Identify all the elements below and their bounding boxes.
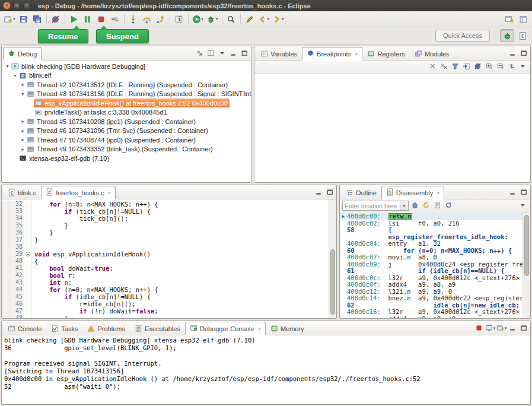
- terminate-console-button[interactable]: [474, 323, 484, 333]
- close-tab-icon[interactable]: ×: [355, 51, 358, 57]
- save-all-button[interactable]: [31, 12, 44, 26]
- tab-problems[interactable]: Problems: [82, 322, 129, 335]
- link-with-debug-button[interactable]: [506, 62, 517, 72]
- tab-debug[interactable]: Debug: [3, 47, 42, 61]
- tree-expander-icon[interactable]: ▾: [12, 73, 18, 78]
- search-button[interactable]: [225, 12, 238, 26]
- tab-executables[interactable]: Executables: [130, 322, 185, 335]
- remove-breakpoint-button[interactable]: [428, 62, 438, 72]
- tree-row[interactable]: ▾Thread #3 1073413156 (IDLE : Running) (…: [2, 90, 251, 99]
- tab-breakpoints[interactable]: Breakpoints×: [302, 47, 362, 61]
- tree-row[interactable]: esp_vApplicationIdleHook() at freertos_h…: [2, 99, 251, 108]
- tree-row[interactable]: ▸Thread #2 1073413512 (IDLE : Running) (…: [2, 80, 251, 90]
- view-menu-button[interactable]: [518, 201, 528, 211]
- window-maximize-button[interactable]: +: [23, 2, 31, 9]
- tree-row[interactable]: ▸Thread #6 1073431096 (Tmr Svc) (Suspend…: [2, 126, 251, 136]
- window-close-button[interactable]: ×: [3, 2, 11, 9]
- home-button[interactable]: [410, 201, 420, 211]
- view-menu-button[interactable]: [518, 62, 528, 72]
- location-input[interactable]: Enter location here: [343, 202, 400, 210]
- window-minimize-button[interactable]: −: [13, 2, 21, 9]
- tree-row[interactable]: ▸Thread #9 1073433352 (blink_task) (Susp…: [2, 145, 251, 154]
- tab-tasks[interactable]: Tasks: [46, 322, 82, 335]
- tab-modules[interactable]: Modules: [410, 47, 454, 60]
- minimize-button[interactable]: [314, 188, 324, 197]
- disassembly-scrollbar[interactable]: [523, 212, 530, 318]
- code-editor[interactable]: 32 for (n=0; n<MAX_HOOKS; n++) {33 if (t…: [2, 199, 336, 318]
- tree-expander-icon[interactable]: ▸: [20, 119, 26, 124]
- collapse-all-button[interactable]: [495, 62, 505, 72]
- refresh-button[interactable]: [421, 201, 431, 211]
- close-tab-icon[interactable]: ×: [108, 190, 111, 196]
- instruction-stepping-button[interactable]: i: [173, 12, 186, 26]
- tree-row[interactable]: ▾blink.elf: [2, 71, 251, 81]
- combo-dropdown-icon[interactable]: ▾: [400, 201, 408, 210]
- debug-button[interactable]: ▾: [205, 12, 219, 26]
- tab-freertos-hooks-c[interactable]: Cfreertos_hooks.c×: [41, 186, 116, 199]
- tree-row[interactable]: xtensa-esp32-elf-gdb (7.10): [2, 154, 251, 163]
- maximize-button[interactable]: [325, 188, 335, 197]
- c-cpp-perspective-button[interactable]: C: [515, 29, 530, 42]
- tab-registers[interactable]: Registers: [362, 47, 409, 60]
- tab-outline[interactable]: Outline: [341, 186, 381, 199]
- tree-expander-icon[interactable]: ▸: [20, 128, 26, 134]
- save-button[interactable]: [17, 12, 30, 26]
- tree-row[interactable]: prvIdleTask() at tasks.c:3,338 0x400845d…: [2, 108, 251, 118]
- disassembly-content[interactable]: ▶400d0c00: retw.n400d0c02: lsi f0, a0, 2…: [340, 212, 530, 318]
- tab-console[interactable]: Console: [3, 322, 46, 335]
- display-console-button[interactable]: ▾: [485, 323, 495, 333]
- maximize-button[interactable]: [519, 323, 529, 333]
- close-tab-icon[interactable]: ×: [437, 190, 439, 196]
- tree-row[interactable]: ▸Thread #5 1073410208 (ipc1) (Suspended …: [2, 117, 251, 126]
- tab-memory[interactable]: Memory: [266, 322, 309, 335]
- sync-active-context-button[interactable]: [444, 201, 454, 211]
- step-into-button[interactable]: [127, 12, 140, 26]
- debug-perspective-button[interactable]: [500, 29, 514, 42]
- tree-row[interactable]: ▾blink checking [GDB Hardware Debugging]: [2, 62, 251, 71]
- skip-all-breakpoints-button[interactable]: [49, 12, 62, 26]
- minimize-button[interactable]: [228, 49, 238, 58]
- minimize-button[interactable]: [508, 323, 518, 333]
- terminate-button[interactable]: [95, 12, 108, 26]
- minimize-button[interactable]: [508, 49, 518, 58]
- open-console-button[interactable]: ▾: [496, 323, 506, 333]
- minimize-button[interactable]: [508, 188, 518, 197]
- tree-expander-icon[interactable]: ▾: [4, 64, 11, 69]
- editor-scrollbar-thumb[interactable]: [330, 249, 335, 315]
- tree-expander-icon[interactable]: ▸: [20, 147, 26, 152]
- console-output[interactable]: blink checking [GDB Hardware Debugging] …: [2, 335, 530, 404]
- close-tab-icon[interactable]: ×: [258, 326, 261, 332]
- view-menu-button[interactable]: [217, 49, 227, 58]
- maximize-button[interactable]: [519, 49, 529, 58]
- maximize-button[interactable]: [240, 49, 250, 58]
- tree-expander-icon[interactable]: ▸: [20, 82, 26, 87]
- resume-button[interactable]: [68, 12, 81, 26]
- skip-all-breakpoints-button[interactable]: [473, 62, 483, 72]
- open-perspective-button[interactable]: [502, 12, 515, 26]
- tab-disassembly[interactable]: 0110Disassembly×: [381, 186, 445, 199]
- view-layout-button[interactable]: [206, 49, 216, 58]
- back-button[interactable]: ▾: [257, 12, 271, 26]
- location-combo[interactable]: Enter location here ▾: [342, 201, 409, 211]
- remove-all-breakpoints-button[interactable]: [439, 62, 449, 72]
- step-return-button[interactable]: [154, 12, 167, 26]
- new-wizard-button[interactable]: ▾: [2, 12, 17, 26]
- quick-access-button[interactable]: Quick Access: [435, 30, 490, 42]
- disconnect-button[interactable]: [109, 12, 122, 26]
- show-source-button[interactable]: [432, 201, 442, 211]
- tree-expander-icon[interactable]: ▾: [20, 91, 26, 97]
- last-edit-location-button[interactable]: [243, 12, 256, 26]
- editor-scrollbar[interactable]: [329, 199, 336, 318]
- tab-debugger-console[interactable]: Debugger Console×: [185, 322, 266, 335]
- resource-perspective-button[interactable]: [517, 12, 530, 26]
- tab-variables[interactable]: Variables: [256, 47, 302, 60]
- remove-all-terminated-button[interactable]: [195, 49, 205, 58]
- code-editor-text[interactable]: 32 for (n=0; n<MAX_HOOKS; n++) {33 if (t…: [2, 199, 329, 318]
- go-to-file-button[interactable]: [461, 62, 472, 72]
- tab-blink-c[interactable]: Cblink.c: [3, 186, 41, 199]
- expand-all-button[interactable]: [484, 62, 494, 72]
- run-button[interactable]: ▾: [191, 12, 205, 26]
- step-over-button[interactable]: [141, 12, 154, 26]
- forward-button[interactable]: ▾: [271, 12, 285, 26]
- show-breakpoints-for-target-button[interactable]: [450, 62, 460, 72]
